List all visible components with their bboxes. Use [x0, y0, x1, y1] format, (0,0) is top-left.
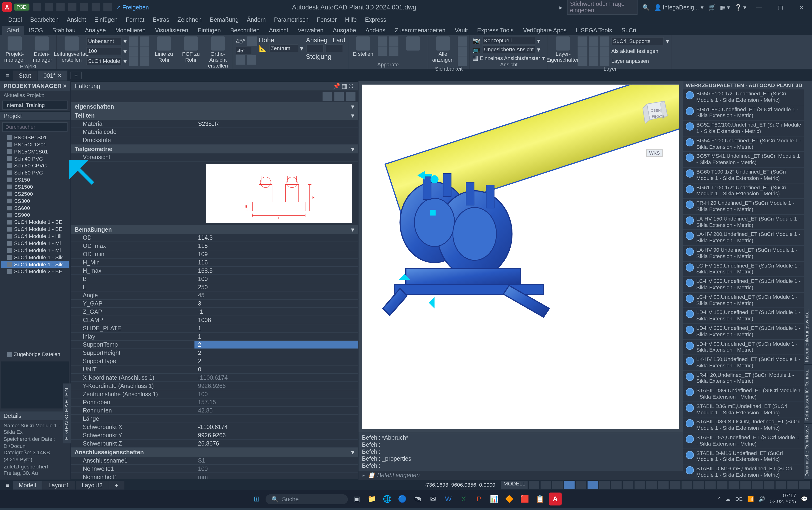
- pm-tree-node[interactable]: Sch 80 CPVC: [1, 162, 69, 169]
- taskbar-app3-icon[interactable]: 🟥: [518, 492, 531, 506]
- status-ascale-icon[interactable]: [682, 481, 692, 489]
- infocenter-search[interactable]: Stichwort oder Frage eingeben: [567, 0, 638, 15]
- ribbon-tab-lisega-tools[interactable]: LISEGA Tools: [571, 26, 617, 34]
- palette-item[interactable]: BG54 F100,Undefined_ET (SuCri Module 1 -…: [683, 136, 804, 152]
- status-custom-icon[interactable]: [799, 481, 810, 489]
- ribbon-tab-add-ins[interactable]: Add-ins: [361, 26, 390, 34]
- palette-item[interactable]: BG50 F100-1/2",Undefined_ET (SuCri Modul…: [683, 89, 804, 105]
- palette-item[interactable]: STABIL D-A,Undefined_ET (SuCri Module 1 …: [683, 433, 804, 449]
- palette-item[interactable]: FR-H 20,Undefined_ET (SuCri Module 1 - S…: [683, 199, 804, 215]
- palette-item[interactable]: BG51 F80,Undefined_ET (SuCri Module 1 - …: [683, 105, 804, 121]
- status-ortho-icon[interactable]: [552, 481, 563, 489]
- taskbar-word-icon[interactable]: W: [442, 492, 455, 506]
- pm-tree-node[interactable]: SuCri Module 1 - BE: [1, 226, 69, 233]
- tray-chevron-icon[interactable]: ^: [718, 496, 721, 502]
- palette-tabs[interactable]: Dynamische RohrklasseRohrklassen für Roh…: [804, 81, 812, 480]
- spec-module-dropdown[interactable]: [86, 57, 121, 65]
- pipe-icon[interactable]: [129, 36, 138, 46]
- prop-value[interactable]: 2: [195, 341, 358, 348]
- pm-close-icon[interactable]: ×: [63, 83, 66, 89]
- status-3dosnap-icon[interactable]: [599, 481, 610, 489]
- menu-hilfe[interactable]: Hilfe: [342, 15, 360, 24]
- taskbar-chrome-icon[interactable]: 🔵: [396, 492, 409, 506]
- ribbon-tab-ansicht[interactable]: Ansicht: [264, 26, 293, 34]
- taskbar-app1-icon[interactable]: 📊: [488, 492, 501, 506]
- share-button[interactable]: ↗ Freigeben: [116, 4, 149, 10]
- ribbon-tab-analyse[interactable]: Analyse: [80, 26, 111, 34]
- props-pin-icon[interactable]: 📌: [333, 83, 340, 89]
- pm-tree-node[interactable]: SuCri Module 1 - Hil: [1, 233, 69, 240]
- pm-tree-node[interactable]: SS150: [1, 176, 69, 183]
- vis2-icon[interactable]: [458, 47, 467, 56]
- ribbon-tab-zusammenarbeiten[interactable]: Zusammenarbeiten: [390, 26, 450, 34]
- ribbon-tab-sucri[interactable]: SuCri: [617, 26, 641, 34]
- palette-item[interactable]: BG60 T100-1/2",Undefined_ET (SuCri Modul…: [683, 167, 804, 183]
- pm-tree-node[interactable]: PN15CL1S01: [1, 141, 69, 148]
- taskbar-mail-icon[interactable]: ✉: [427, 492, 439, 506]
- alle-anzeigen-button[interactable]: Alle anzeigen: [431, 36, 455, 63]
- angle-input[interactable]: [236, 47, 252, 55]
- pm-tree-node[interactable]: SuCri Module 1 - Mi: [1, 240, 69, 247]
- tray-clock[interactable]: 07:17 02.02.2025: [770, 493, 796, 505]
- taskbar-explorer-icon[interactable]: 📁: [366, 492, 378, 506]
- viewcube[interactable]: OBEN RECHTS: [638, 95, 673, 130]
- pcf-zu-rohr-button[interactable]: PCF zu Rohr: [179, 36, 203, 63]
- ribbon-tab-isos[interactable]: ISOS: [24, 26, 48, 34]
- status-amon-icon[interactable]: [705, 481, 716, 489]
- palette-item[interactable]: LA-HV 200,Undefined_ET (SuCri Module 1 -…: [683, 230, 804, 246]
- status-cycle-icon[interactable]: [646, 481, 657, 489]
- props-options-icon[interactable]: ⛭: [348, 83, 354, 89]
- palette-item[interactable]: STABIL D3G mE,Undefined_ET (SuCri Module…: [683, 402, 804, 418]
- toggle2-icon[interactable]: [247, 55, 256, 65]
- prop-value[interactable]: 168.5: [195, 267, 358, 274]
- tee-icon[interactable]: [140, 47, 149, 56]
- tray-onedrive-icon[interactable]: ☁: [725, 496, 730, 502]
- equip3-icon[interactable]: [378, 47, 387, 56]
- status-gizmo-icon[interactable]: [658, 481, 669, 489]
- ribbon-tab-visualisieren[interactable]: Visualisieren: [150, 26, 193, 34]
- pm-project-dropdown[interactable]: Internal_Training: [2, 101, 67, 110]
- status-grid-icon[interactable]: [529, 481, 540, 489]
- new-layout-button[interactable]: +: [109, 480, 125, 489]
- status-qp-icon[interactable]: [740, 481, 751, 489]
- maximize-button[interactable]: ▢: [772, 1, 789, 13]
- prop-value[interactable]: 109: [195, 250, 358, 258]
- status-clean-icon[interactable]: [787, 481, 798, 489]
- menu-bearbeiten[interactable]: Bearbeiten: [27, 15, 62, 24]
- pm-tree-node[interactable]: PN09SP1S01: [1, 134, 69, 141]
- layer-dropdown[interactable]: [611, 37, 664, 45]
- user-menu[interactable]: 👤 IntegaDesig... ▾: [654, 4, 704, 10]
- status-modell-button[interactable]: MODELL: [501, 481, 527, 489]
- pm-tree-node[interactable]: SuCri Module 1 - Sik: [1, 261, 69, 268]
- qat-redo-icon[interactable]: [103, 3, 111, 11]
- layer-walk-icon[interactable]: [578, 56, 587, 66]
- angle-icon[interactable]: [247, 36, 257, 46]
- properties-tab-label[interactable]: EIGENSCHAFTEN: [63, 384, 71, 444]
- pm-related-files[interactable]: ▸ Zugehörige Dateien: [1, 351, 69, 358]
- layer-iso-icon[interactable]: [589, 47, 598, 56]
- prop-value[interactable]: 45: [195, 291, 358, 299]
- anstieg-input[interactable]: [306, 44, 324, 52]
- palette-item[interactable]: BG57 MS41,Undefined_ET (SuCri Module 1 -…: [683, 152, 804, 167]
- props-toggle-icon[interactable]: [346, 92, 355, 101]
- minimize-button[interactable]: —: [751, 1, 767, 13]
- status-units-icon[interactable]: [729, 481, 739, 489]
- pm-tree-node[interactable]: Sch 80 PVC: [1, 169, 69, 176]
- status-filter-icon[interactable]: [717, 481, 727, 489]
- reducer-icon[interactable]: [129, 47, 138, 56]
- palette-item[interactable]: LC-HV 90,Undefined_ET (SuCri Module 1 - …: [683, 292, 804, 308]
- status-ws-icon[interactable]: [693, 481, 704, 489]
- prop-value[interactable]: 250: [195, 283, 358, 291]
- layout-tab-modell[interactable]: Modell: [13, 480, 42, 489]
- search-icon[interactable]: 🔍: [642, 4, 649, 10]
- layer-eigenschaften-button[interactable]: Layer- Eigenschaften: [551, 36, 576, 63]
- elbow-icon[interactable]: [140, 36, 149, 46]
- menu-ändern[interactable]: Ändern: [243, 15, 269, 24]
- menu-format[interactable]: Format: [122, 15, 148, 24]
- menu-einfügen[interactable]: Einfügen: [91, 15, 121, 24]
- menu-zeichnen[interactable]: Zeichnen: [174, 15, 205, 24]
- prop-materialcode-value[interactable]: [195, 128, 358, 136]
- ribbon-tab-einfügen[interactable]: Einfügen: [193, 26, 225, 34]
- props-qselect-icon[interactable]: [334, 92, 344, 101]
- props-cat-anschluss[interactable]: Anschlusseigenschaften▾: [71, 448, 358, 457]
